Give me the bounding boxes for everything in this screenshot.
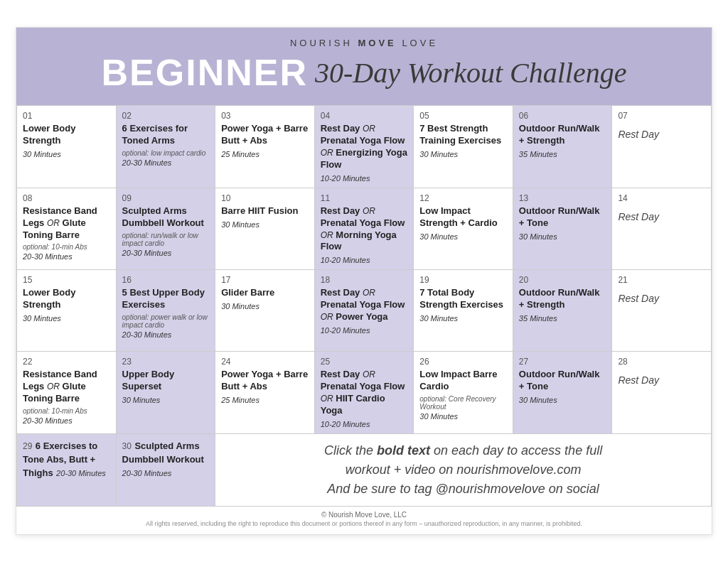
day-number: 15 [23,275,110,285]
day-number: 27 [519,357,606,367]
duration: 25 Minutes [221,150,309,158]
day-number: 14 [618,193,705,203]
rest-label: Rest Day [618,293,705,304]
day-26: 26 Low Impact Barre Cardio optional: Cor… [414,352,513,434]
workout-title[interactable]: Glider Barre [221,287,309,299]
duration: 20-30 Mintues [23,416,110,425]
header-supertitle: NOURISH MOVE LOVE [23,38,705,48]
day-03: 03 Power Yoga + Barre Butt + Abs 25 Minu… [215,106,315,188]
workout-title[interactable]: Low Impact Barre Cardio [419,369,507,393]
copyright-bar: © Nourish Move Love, LLC All rights rese… [16,507,712,534]
workout-title[interactable]: Outdoor Run/Walk + Strength [519,287,606,311]
workout-title: Rest Day OR Prenatal Yoga Flow OR Energi… [321,123,408,171]
day-number: 13 [519,193,606,203]
workout-title[interactable]: Sculpted Arms Dumbbell Workout [122,441,204,465]
workout-title[interactable]: 5 Best Upper Body Exercises [122,287,210,311]
day-number: 09 [122,193,210,203]
duration: 30 Minutes [419,150,507,158]
duration: 10-20 Minutes [321,326,408,335]
day-number: 11 [321,193,408,203]
header-challenge: 30-Day Workout Challenge [315,56,626,90]
copyright-text: © Nourish Move Love, LLC [25,511,703,519]
footer-message: Click the bold text on each day to acces… [215,434,712,507]
rest-label: Rest Day [618,374,705,386]
day-30: 30 Sculpted Arms Dumbbell Workout 20-30 … [117,434,216,507]
optional-text: optional: low impact cardio [122,149,210,157]
day-19: 19 7 Total Body Strength Exercises 30 Mi… [414,270,513,352]
day-20: 20 Outdoor Run/Walk + Strength 35 Minute… [513,270,613,352]
day-number: 05 [419,111,507,121]
workout-title[interactable]: Upper Body Superset [122,369,210,393]
day-number: 12 [419,193,507,203]
day-number: 22 [23,357,110,367]
day-16: 16 5 Best Upper Body Exercises optional:… [117,270,216,352]
workout-title[interactable]: Power Yoga + Barre Butt + Abs [221,369,309,393]
day-number: 21 [618,275,705,285]
workout-title[interactable]: Barre HIIT Fusion [221,205,309,217]
duration: 25 Minutes [221,396,309,404]
workout-title[interactable]: 6 Exercises for Toned Arms [122,123,210,147]
day-06: 06 Outdoor Run/Walk + Strength 35 Minute… [513,106,613,188]
day-13: 13 Outdoor Run/Walk + Tone 30 Minutes [513,188,613,271]
workout-title[interactable]: Sculpted Arms Dumbbell Workout [122,205,210,229]
page-wrapper: NOURISH MOVE LOVE BEGINNER 30-Day Workou… [16,27,712,535]
duration: 30 Mintues [23,314,110,323]
duration: 35 Minutes [519,314,606,323]
day-27: 27 Outdoor Run/Walk + Tone 30 Minutes [513,352,613,434]
workout-title[interactable]: 7 Best Strength Training Exercises [419,123,507,147]
rights-text: All rights reserved, including the right… [25,520,703,527]
workout-title[interactable]: Lower Body Strength [23,287,110,311]
duration: 20-30 Minutes [56,469,106,477]
duration: 30 Minutes [122,396,210,404]
duration: 20-30 Mintues [122,469,172,477]
duration: 20-30 Mintues [23,252,110,261]
rest-label: Rest Day [618,129,705,140]
workout-title[interactable]: 7 Total Body Strength Exercises [419,287,507,311]
workout-title[interactable]: Low Impact Strength + Cardio [419,205,507,229]
duration: 30 Minutes [519,232,606,241]
day-number: 26 [419,357,507,367]
day-number: 19 [419,275,507,285]
day-12: 12 Low Impact Strength + Cardio 30 Minut… [414,188,513,271]
day-02: 02 6 Exercises for Toned Arms optional: … [117,106,216,188]
day-09: 09 Sculpted Arms Dumbbell Workout option… [117,188,216,271]
day-17: 17 Glider Barre 30 Minutes [215,270,315,352]
day-number: 07 [618,111,705,121]
day-number: 20 [519,275,606,285]
day-number: 16 [122,275,210,285]
optional-text: optional: 10-min Abs [23,407,110,415]
workout-title[interactable]: Outdoor Run/Walk + Strength [519,123,606,147]
duration: 30 Minutes [221,302,309,310]
optional-text: optional: Core Recovery Workout [419,395,507,411]
workout-title[interactable]: Resistance Band Legs OR Glute Toning Bar… [23,205,110,242]
day-08: 08 Resistance Band Legs OR Glute Toning … [17,188,117,271]
day-number: 10 [221,193,309,203]
day-22: 22 Resistance Band Legs OR Glute Toning … [17,352,117,434]
duration: 20-30 Mintues [122,249,210,257]
workout-title[interactable]: Outdoor Run/Walk + Tone [519,205,606,229]
workout-title: Rest Day OR Prenatal Yoga Flow OR Mornin… [321,205,408,254]
day-28: 28 Rest Day [612,352,712,434]
day-number: 29 [23,441,32,451]
duration: 30 Minutes [419,314,507,323]
workout-title[interactable]: Resistance Band Legs OR Glute Toning Bar… [23,369,110,405]
optional-text: optional: run/walk or low impact cardio [122,232,210,247]
header-main: BEGINNER 30-Day Workout Challenge [23,51,705,94]
duration: 10-20 Minutes [321,420,408,428]
day-05: 05 7 Best Strength Training Exercises 30… [414,106,513,188]
duration: 10-20 Minutes [321,256,408,264]
day-number: 23 [122,357,210,367]
day-15: 15 Lower Body Strength 30 Mintues [17,270,117,352]
duration: 30 Mintues [23,150,110,158]
day-14: 14 Rest Day [612,188,712,271]
header-move: MOVE [358,38,396,48]
day-04: 04 Rest Day OR Prenatal Yoga Flow OR Ene… [315,106,414,188]
day-29: 29 6 Exercises to Tone Abs, Butt + Thigh… [17,434,117,507]
workout-title[interactable]: Power Yoga + Barre Butt + Abs [221,123,309,147]
workout-title: Rest Day OR Prenatal Yoga Flow OR Power … [321,287,408,323]
day-number: 17 [221,275,309,285]
day-number: 06 [519,111,606,121]
workout-title[interactable]: Lower Body Strength [23,123,110,147]
workout-title[interactable]: Outdoor Run/Walk + Tone [519,369,606,393]
optional-text: optional: power walk or low impact cardi… [122,313,210,329]
